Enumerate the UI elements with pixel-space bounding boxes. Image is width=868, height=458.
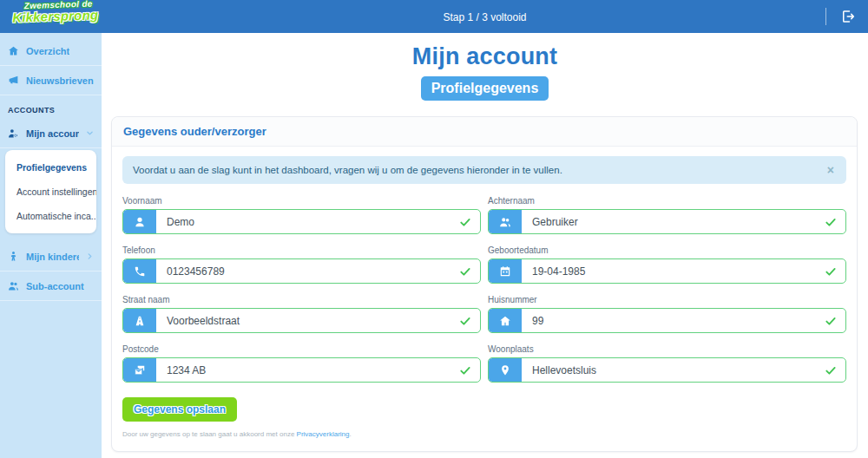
field-woonplaats: Woonplaats <box>488 344 846 383</box>
calendar-icon <box>489 259 522 283</box>
field-label-straat-naam: Straat naam <box>122 295 481 304</box>
privacy-text: Door uw gegevens op te slaan gaat u akko… <box>122 430 297 438</box>
postcode-input[interactable] <box>156 358 480 382</box>
info-alert-text: Voordat u aan de slag kunt in het dashbo… <box>133 165 562 175</box>
privacy-suffix: . <box>349 430 351 438</box>
page-subtitle-badge: Profielgegevens <box>421 76 549 101</box>
main-content: Mijn account Profielgegevens Gegevens ou… <box>102 33 868 458</box>
input-group-achternaam <box>488 209 846 234</box>
home-icon <box>8 45 19 56</box>
topbar: Zwemschool de Kikkersprong Stap 1 / 3 vo… <box>0 0 868 33</box>
sidebar-item-overzicht[interactable]: Overzicht <box>0 36 102 66</box>
save-button[interactable]: Gegevens opslaan <box>122 397 237 422</box>
megaphone-icon <box>8 75 19 86</box>
sidebar-item-label: Mijn account <box>26 128 79 139</box>
card-body: Voordat u aan de slag kunt in het dashbo… <box>112 147 857 451</box>
privacy-note: Door uw gegevens op te slaan gaat u akko… <box>122 430 846 438</box>
field-voornaam: Voornaam <box>122 196 481 234</box>
step-indicator-wrap: Stap 1 / 3 voltooid <box>0 9 868 24</box>
input-group-huisnummer <box>488 308 846 333</box>
card-header: Gegevens ouder/verzorger <box>112 117 857 147</box>
voornaam-input[interactable] <box>156 210 480 233</box>
close-icon[interactable]: × <box>825 164 836 176</box>
logo-line2: Kikkersprong <box>12 8 99 23</box>
step-indicator: Stap 1 / 3 voltooid <box>443 11 526 23</box>
field-geboortedatum: Geboortedatum <box>488 245 846 284</box>
profile-card: Gegevens ouder/verzorger Voordat u aan d… <box>111 116 858 452</box>
field-label-achternaam: Achternaam <box>488 196 846 206</box>
topbar-right <box>825 0 856 33</box>
field-huisnummer: Huisnummer <box>488 295 846 333</box>
road-icon <box>123 309 156 332</box>
sidebar-submenu: ProfielgegevensAccount instellingenAutom… <box>5 150 96 233</box>
app-logo[interactable]: Zwemschool de Kikkersprong <box>12 0 99 24</box>
privacy-link[interactable]: Privacyverklaring <box>297 430 350 438</box>
field-telefoon: Telefoon <box>122 245 481 284</box>
straat-naam-input[interactable] <box>156 309 480 332</box>
field-label-huisnummer: Huisnummer <box>488 295 846 304</box>
sidebar-item-label: Nieuwsbrieven <box>26 75 94 86</box>
phone-icon <box>123 259 156 283</box>
geboortedatum-input[interactable] <box>522 259 845 283</box>
profile-form: VoornaamAchternaamTelefoonGeboortedatumS… <box>122 196 846 383</box>
field-label-postcode: Postcode <box>122 344 481 354</box>
page-layout: OverzichtNieuwsbrievenACCOUNTSMijn accou… <box>0 33 868 458</box>
map-marker-icon <box>489 358 522 382</box>
submenu-item-profielgegevens[interactable]: Profielgegevens <box>5 155 96 180</box>
field-label-voornaam: Voornaam <box>122 196 481 206</box>
huisnummer-input[interactable] <box>522 309 845 332</box>
achternaam-input[interactable] <box>522 210 845 233</box>
submenu-item-automatische-inca[interactable]: Automatische inca... <box>5 204 96 228</box>
field-achternaam: Achternaam <box>488 196 846 234</box>
sidebar-item-nieuwsbrieven[interactable]: Nieuwsbrieven <box>0 66 102 95</box>
sidebar-item-label: Overzicht <box>26 46 69 56</box>
topbar-divider <box>825 8 826 25</box>
field-label-telefoon: Telefoon <box>122 245 481 255</box>
sidebar-item-sub-account[interactable]: Sub-account <box>0 272 102 301</box>
sidebar-item-mijn-account[interactable]: Mijn account <box>0 119 102 148</box>
chevron-down-icon <box>86 129 94 137</box>
woonplaats-input[interactable] <box>522 358 845 382</box>
chevron-right-icon <box>86 252 94 260</box>
user-gear-icon <box>8 128 19 139</box>
users-icon <box>489 210 522 233</box>
mail-icon <box>123 358 156 382</box>
sidebar-item-mijn-kinderen[interactable]: Mijn kinderen <box>0 242 102 272</box>
users-icon <box>8 280 19 291</box>
input-group-woonplaats <box>488 357 846 383</box>
input-group-straat-naam <box>122 308 481 333</box>
input-group-postcode <box>122 357 481 383</box>
sidebar-item-label: Sub-account <box>26 281 84 291</box>
logout-icon[interactable] <box>840 9 856 24</box>
input-group-telefoon <box>122 258 481 284</box>
input-group-voornaam <box>122 209 481 234</box>
telefoon-input[interactable] <box>156 259 480 283</box>
field-label-woonplaats: Woonplaats <box>488 344 846 354</box>
input-group-geboortedatum <box>488 258 846 284</box>
user-icon <box>123 210 156 233</box>
info-alert: Voordat u aan de slag kunt in het dashbo… <box>122 156 846 184</box>
sidebar: OverzichtNieuwsbrievenACCOUNTSMijn accou… <box>0 33 102 458</box>
field-postcode: Postcode <box>122 344 481 383</box>
field-label-geboortedatum: Geboortedatum <box>488 245 846 255</box>
sidebar-section-accounts: ACCOUNTS <box>0 95 102 119</box>
child-icon <box>8 251 19 262</box>
submenu-item-account-instellingen[interactable]: Account instellingen <box>5 180 96 204</box>
sidebar-item-label: Mijn kinderen <box>26 252 79 262</box>
field-straat-naam: Straat naam <box>122 295 481 333</box>
page-title: Mijn account <box>102 43 868 70</box>
home-icon <box>489 309 522 332</box>
